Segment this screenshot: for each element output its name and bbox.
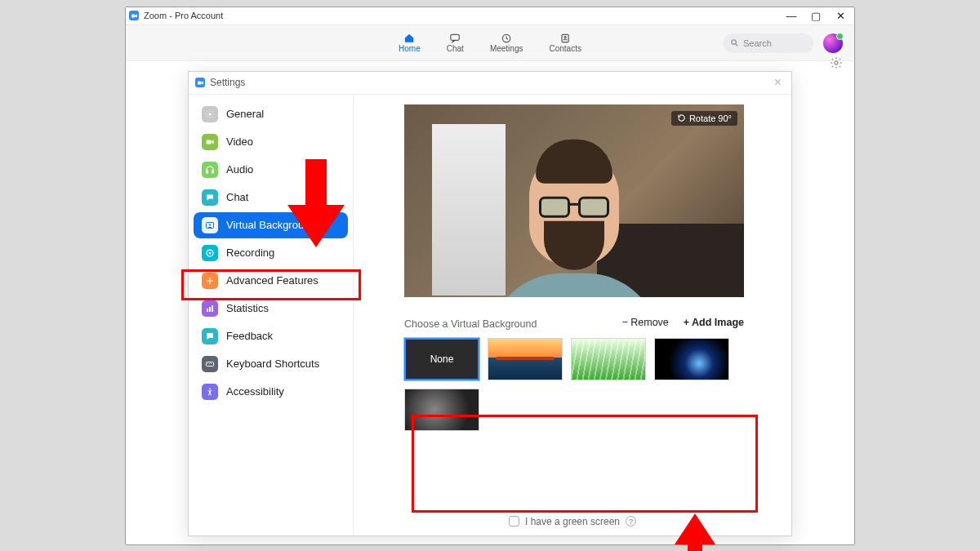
settings-header: Settings × [189,72,791,95]
tab-contacts[interactable]: Contacts [549,33,581,53]
background-option-bridge[interactable] [488,338,563,380]
sidebar-item-label: Statistics [226,302,269,314]
green-screen-row: I have a green screen ? [509,516,636,527]
nav-tabs: Home Chat Meetings Contacts [399,33,581,53]
tab-chat[interactable]: Chat [447,33,464,53]
virtual-background-icon [202,217,218,233]
feedback-icon [202,328,218,344]
svg-marker-1 [135,14,137,17]
settings-body: General Video Audio Chat Virtual Backgro… [189,95,791,535]
background-option-earth[interactable] [654,338,729,380]
svg-point-10 [209,113,212,115]
settings-close-button[interactable]: × [771,75,785,90]
sidebar-item-label: Recording [226,247,274,259]
sidebar-item-label: Keyboard Shortcuts [226,358,319,370]
keyboard-icon [202,356,218,372]
background-thumbnails: None [404,338,744,431]
accessibility-icon [202,384,218,400]
sidebar-item-advanced-features[interactable]: Advanced Features [194,268,348,294]
sidebar-item-keyboard-shortcuts[interactable]: Keyboard Shortcuts [194,351,348,377]
svg-point-26 [209,388,211,389]
settings-dialog: Settings × General Video Audio [188,71,792,536]
sidebar-item-statistics[interactable]: Statistics [194,295,348,322]
statistics-icon [202,300,218,317]
window-close-button[interactable]: ✕ [828,10,853,22]
settings-content: Rotate 90° Choose a Virtual Background −… [354,95,791,535]
svg-rect-25 [211,363,212,364]
gear-icon[interactable] [830,56,843,69]
rotate-90-button[interactable]: Rotate 90° [671,111,737,126]
svg-marker-9 [201,81,203,84]
background-option-blur[interactable] [404,389,479,431]
svg-rect-11 [207,140,212,144]
sidebar-item-recording[interactable]: Recording [194,240,348,266]
sidebar-item-feedback[interactable]: Feedback [194,323,348,349]
help-icon[interactable]: ? [626,516,636,527]
svg-marker-12 [212,140,214,144]
svg-point-7 [835,61,838,64]
rotate-icon [677,113,686,122]
chat-icon [448,33,462,44]
rotate-label: Rotate 90° [689,113,732,123]
search-icon [730,38,739,47]
window-title: Zoom - Pro Account [144,11,223,20]
tab-contacts-label: Contacts [549,44,581,53]
tab-home-label: Home [399,44,421,53]
contacts-icon [558,33,572,44]
main-toolbar: Home Chat Meetings Contacts Search [126,25,854,61]
green-screen-label: I have a green screen [525,516,620,527]
tab-chat-label: Chat [447,44,464,53]
sidebar-item-accessibility[interactable]: Accessibility [194,379,348,405]
sidebar-item-video[interactable]: Video [194,129,348,155]
svg-rect-2 [451,34,460,40]
sidebar-item-virtual-background[interactable]: Virtual Background [194,212,348,238]
clock-icon [499,33,514,44]
sidebar-item-chat[interactable]: Chat [194,184,348,211]
window-minimize-button[interactable]: — [779,10,804,22]
svg-point-18 [209,251,212,254]
tab-meetings-label: Meetings [490,44,523,53]
window-maximize-button[interactable]: ▢ [804,10,828,22]
sidebar-item-general[interactable]: General [194,101,348,127]
avatar[interactable] [823,33,843,53]
settings-title: Settings [210,77,245,88]
sidebar-item-label: Virtual Background [226,219,316,231]
svg-rect-0 [131,14,135,17]
svg-rect-20 [209,307,211,312]
svg-rect-21 [212,305,213,312]
chat-icon [202,189,218,206]
video-preview: Rotate 90° [404,104,744,297]
green-screen-checkbox[interactable] [509,516,519,527]
svg-point-5 [564,36,566,38]
settings-sidebar: General Video Audio Chat Virtual Backgro… [189,95,354,535]
gear-icon [202,106,218,122]
svg-rect-14 [212,170,214,173]
svg-point-16 [209,224,211,225]
svg-point-6 [732,40,737,45]
zoom-app-window: Zoom - Pro Account — ▢ ✕ Home Chat Meeti… [125,7,855,545]
sidebar-item-label: Feedback [226,330,273,342]
sidebar-item-audio[interactable]: Audio [194,157,348,183]
svg-rect-8 [198,81,201,84]
tab-home[interactable]: Home [399,33,421,53]
remove-image-button[interactable]: − Remove [621,317,668,328]
search-input[interactable]: Search [724,33,813,53]
background-option-none[interactable]: None [404,338,479,380]
video-icon [202,134,218,150]
svg-rect-13 [207,170,208,173]
sidebar-item-label: Accessibility [226,385,284,398]
sidebar-item-label: General [226,108,264,120]
sidebar-item-label: Advanced Features [226,274,318,287]
search-placeholder: Search [743,38,772,48]
plus-icon [202,273,218,289]
svg-rect-24 [209,363,210,364]
background-option-grass[interactable] [571,338,646,380]
zoom-logo-icon [129,11,139,20]
sidebar-item-label: Audio [226,163,253,176]
zoom-logo-icon [195,78,205,87]
tab-meetings[interactable]: Meetings [490,33,523,53]
headphones-icon [202,162,218,178]
svg-rect-19 [207,309,208,312]
sidebar-item-label: Video [226,136,253,148]
add-image-button[interactable]: + Add Image [684,317,744,328]
